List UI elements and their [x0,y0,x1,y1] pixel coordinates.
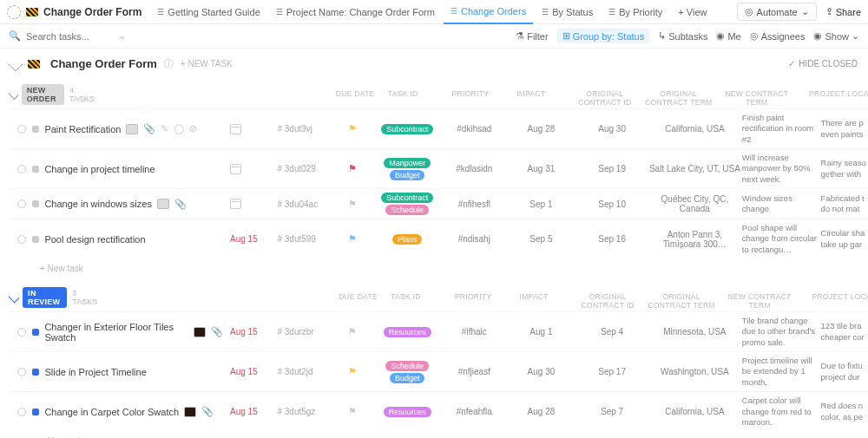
chevron-down-icon[interactable]: ⌄ [118,30,126,42]
task-row[interactable]: Change in Carpet Color Swatch📎Aug 15# 3d… [10,391,868,431]
task-row[interactable]: Slide in Project TimelineAug 15# 3dut2jd… [10,351,868,391]
task-row[interactable]: Paint Rectification📎✎◯⊘# 3dut3vj⚑Subcont… [10,108,868,148]
status-square[interactable] [32,126,39,133]
impact-tag[interactable]: Budget [390,170,425,180]
app-logo-icon[interactable] [7,5,21,19]
task-row[interactable]: Change in windows sizes📎# 3du04ac⚑Subcon… [10,188,868,219]
priority-cell[interactable]: ⚑ [332,366,372,377]
impact-tag[interactable]: Resources [384,327,431,337]
collapse-icon[interactable] [8,89,18,100]
task-row[interactable]: Changer in Exterior Floor Tiles Swatch📎A… [10,311,868,351]
search-box[interactable]: 🔍 ⌄ [9,30,126,42]
thumbnail-icon[interactable] [184,407,196,417]
search-input[interactable] [26,31,95,42]
status-pill[interactable]: NEW ORDER [22,84,64,105]
priority-cell[interactable]: ⚑ [332,123,372,134]
status-square[interactable] [32,166,39,173]
tab-project-name-change-order-form[interactable]: ☰Project Name: Change Order Form [269,0,442,24]
new-task-row[interactable]: + New task [10,258,868,278]
hide-closed-toggle[interactable]: ✓HIDE CLOSED [788,59,858,69]
status-square[interactable] [32,329,39,336]
new-task-row[interactable]: + New task [10,431,868,438]
checkbox[interactable] [17,199,26,208]
action-icon[interactable]: ✎ [161,123,168,134]
thumbnail-icon[interactable] [194,327,206,337]
tab-label: By Status [552,7,593,17]
checkbox[interactable] [17,408,26,416]
impact-tag[interactable]: Schedule [385,205,429,215]
task-row[interactable]: Change in project timeline# 3dut029⚑Manp… [10,148,868,188]
reason: There are p even paints [821,118,868,140]
tab-change-orders[interactable]: ☰Change Orders [444,0,533,24]
new-contract-term: Sep 10 [576,199,648,209]
show-button[interactable]: ◉Show⌄ [813,30,859,42]
impact-tag[interactable]: Subcontract [381,193,433,203]
priority-cell[interactable]: ⚑ [332,163,372,174]
action-icon[interactable]: ◯ [174,123,184,134]
status-square[interactable] [32,409,39,415]
impact-cell[interactable]: SubcontractSchedule [372,193,443,215]
subtasks-button[interactable]: ↳Subtasks [658,30,707,42]
status-square[interactable] [32,369,39,376]
priority-cell[interactable]: ⚑ [332,233,372,245]
thumbnail-icon[interactable] [126,124,138,134]
impact-tag[interactable]: Subcontract [381,124,433,134]
task-count: 4 TASKS [69,86,95,103]
filter-button[interactable]: ⚗Filter [516,30,548,42]
checkbox[interactable] [17,235,26,244]
column-headers: DUE DATETASK IDPRIORITYIMPACTORIGINAL CO… [95,88,868,108]
checkbox[interactable] [17,165,26,173]
share-button[interactable]: ⇪ Share [825,6,861,17]
action-icon[interactable]: ⊘ [189,123,197,134]
priority-cell[interactable]: ⚑ [332,326,372,337]
impact-tag[interactable]: Manpower [384,158,431,168]
impact-cell[interactable]: Plans [372,234,443,245]
impact-tag[interactable]: Schedule [385,361,429,371]
tab-by-priority[interactable]: ☰By Priority [602,0,669,24]
impact-tag[interactable]: Budget [390,373,425,383]
checkbox[interactable] [17,328,26,337]
collapse-toggle[interactable] [9,56,23,71]
attachment-icon[interactable]: 📎 [201,406,214,417]
checkbox[interactable] [17,125,26,134]
add-view-button[interactable]: + View [671,0,713,24]
impact-cell[interactable]: ManpowerBudget [372,158,443,180]
impact-tag[interactable]: Plans [392,234,423,245]
group-header[interactable]: NEW ORDER4 TASKS [10,81,95,108]
tab-getting-started-guide[interactable]: ☰Getting Started Guide [150,0,266,24]
task-row[interactable]: Pool design rectificationAug 15# 3dut599… [10,219,868,258]
new-task-button[interactable]: + NEW TASK [181,59,233,69]
automate-button[interactable]: ◎ Automate ⌄ [737,3,817,21]
task-name: Change in Carpet Color Swatch [44,407,179,417]
impact-cell[interactable]: ScheduleBudget [372,361,443,383]
status-square[interactable] [32,236,39,243]
info-icon[interactable]: ⓘ [164,57,174,70]
due-date[interactable] [230,199,277,209]
due-date[interactable]: Aug 15 [230,234,277,244]
group-by-button[interactable]: ⊞Group by: Status [557,29,650,43]
due-date[interactable]: Aug 15 [230,367,277,376]
impact-cell[interactable]: Resources [372,407,443,417]
due-date[interactable]: Aug 15 [230,327,277,337]
due-date[interactable]: Aug 15 [230,407,277,416]
attachment-icon[interactable]: 📎 [143,123,155,134]
priority-cell[interactable]: ⚑ [332,199,372,210]
attachment-icon[interactable]: 📎 [211,326,223,337]
impact-tag[interactable]: Resources [384,407,431,417]
collapse-icon[interactable] [9,292,20,304]
impact-cell[interactable]: Resources [372,327,443,337]
tab-by-status[interactable]: ☰By Status [535,0,600,24]
thumbnail-icon[interactable] [157,199,169,209]
priority-cell[interactable]: ⚑ [332,406,372,417]
status-square[interactable] [32,200,39,207]
me-button[interactable]: ◉Me [716,30,740,42]
attachment-icon[interactable]: 📎 [174,199,187,210]
assignees-button[interactable]: ◎Assignees [750,30,806,42]
list-header: Change Order Form ⓘ + NEW TASK ✓HIDE CLO… [0,49,868,75]
impact-cell[interactable]: Subcontract [372,124,443,134]
checkbox[interactable] [17,368,26,376]
due-date[interactable] [230,124,277,134]
group-header[interactable]: IN REVIEW3 TASKS [10,284,97,311]
due-date[interactable] [230,164,277,174]
status-pill[interactable]: IN REVIEW [23,287,67,308]
